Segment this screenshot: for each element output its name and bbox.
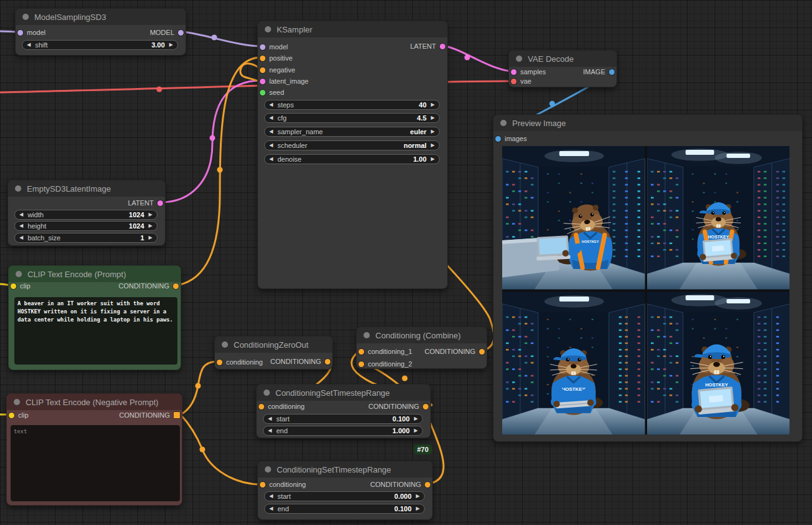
collapse-dot-icon[interactable] — [265, 26, 271, 32]
node-clip-text-encode-prompt[interactable]: CLIP Text Encode (Prompt)clipCONDITIONIN… — [8, 265, 181, 370]
decrement-arrow-icon[interactable]: ◀ — [265, 115, 277, 120]
increment-arrow-icon[interactable]: ▶ — [427, 157, 439, 162]
reroute-dot[interactable] — [217, 167, 223, 173]
increment-arrow-icon[interactable]: ▶ — [144, 212, 157, 217]
prompt-textarea[interactable]: text — [11, 425, 180, 501]
increment-arrow-icon[interactable]: ▶ — [412, 494, 424, 499]
input-dot-conditioning_1[interactable] — [359, 349, 364, 355]
increment-arrow-icon[interactable]: ▶ — [144, 235, 157, 240]
increment-arrow-icon[interactable]: ▶ — [427, 129, 439, 134]
node-preview-image[interactable]: Preview ImageimagesHOSTKEYHOSTKEYHOSTKEY… — [493, 114, 803, 442]
node-header[interactable]: KSampler — [258, 21, 447, 37]
node-ksampler[interactable]: KSamplermodelpositivenegativelatent_imag… — [257, 21, 448, 289]
widget-shift[interactable]: ◀shift3.00▶ — [22, 40, 178, 50]
reroute-dot[interactable] — [157, 87, 162, 92]
increment-arrow-icon[interactable]: ▶ — [410, 416, 422, 421]
node-header[interactable]: EmptySD3LatentImage — [8, 180, 165, 197]
reroute-dot[interactable] — [550, 101, 555, 107]
increment-arrow-icon[interactable]: ▶ — [410, 428, 422, 433]
node-header[interactable]: Preview Image — [493, 115, 802, 131]
input-dot-vae[interactable] — [511, 79, 517, 84]
decrement-arrow-icon[interactable]: ◀ — [264, 428, 276, 433]
increment-arrow-icon[interactable]: ▶ — [427, 102, 439, 107]
output-dot-CONDITIONING[interactable] — [425, 482, 430, 488]
node-model-sampling-sd3[interactable]: ModelSamplingSD3modelMODEL◀shift3.00▶ — [15, 8, 186, 56]
widget-cfg[interactable]: ◀cfg4.5▶ — [264, 113, 440, 123]
output-dot-LATENT[interactable] — [157, 200, 163, 206]
widget-steps[interactable]: ◀steps40▶ — [264, 100, 440, 110]
increment-arrow-icon[interactable]: ▶ — [144, 223, 157, 228]
widget-sampler_name[interactable]: ◀sampler_nameeuler▶ — [264, 127, 440, 137]
widget-end[interactable]: ◀end0.100▶ — [264, 504, 425, 514]
collapse-dot-icon[interactable] — [265, 466, 271, 473]
decrement-arrow-icon[interactable]: ◀ — [15, 223, 27, 228]
output-dot-CONDITIONING[interactable] — [325, 359, 330, 365]
collapse-dot-icon[interactable] — [16, 271, 22, 277]
decrement-arrow-icon[interactable]: ◀ — [265, 143, 277, 148]
input-dot-samples[interactable] — [511, 69, 517, 75]
output-dot-IMAGE[interactable] — [609, 69, 615, 75]
input-dot-seed[interactable] — [260, 90, 265, 96]
collapse-dot-icon[interactable] — [222, 341, 228, 348]
input-dot-clip[interactable] — [9, 413, 14, 418]
collapse-dot-icon[interactable] — [15, 185, 21, 192]
increment-arrow-icon[interactable]: ▶ — [427, 115, 439, 120]
prompt-textarea[interactable]: A beaver in an IT worker suit with the w… — [14, 297, 177, 365]
widget-start[interactable]: ◀start0.100▶ — [263, 414, 423, 424]
collapse-dot-icon[interactable] — [364, 332, 370, 338]
input-dot-clip[interactable] — [11, 283, 16, 289]
output-dot-CONDITIONING[interactable] — [174, 412, 180, 418]
input-dot-positive[interactable] — [260, 56, 265, 61]
output-dot-CONDITIONING[interactable] — [173, 283, 179, 289]
node-header[interactable]: VAE Decode — [509, 51, 616, 67]
node-header[interactable]: CLIP Text Encode (Prompt) — [9, 266, 181, 282]
collapse-dot-icon[interactable] — [22, 14, 29, 20]
increment-arrow-icon[interactable]: ▶ — [165, 42, 177, 47]
collapse-dot-icon[interactable] — [516, 56, 522, 62]
decrement-arrow-icon[interactable]: ◀ — [265, 102, 277, 107]
collapse-dot-icon[interactable] — [500, 120, 507, 126]
input-dot-latent_image[interactable] — [260, 79, 265, 84]
collapse-dot-icon[interactable] — [264, 390, 270, 396]
decrement-arrow-icon[interactable]: ◀ — [15, 235, 27, 240]
increment-arrow-icon[interactable]: ▶ — [427, 143, 439, 148]
increment-arrow-icon[interactable]: ▶ — [412, 506, 424, 511]
reroute-dot[interactable] — [196, 383, 201, 389]
widget-denoise[interactable]: ◀denoise1.00▶ — [264, 154, 440, 164]
widget-scheduler[interactable]: ◀schedulernormal▶ — [264, 140, 440, 150]
node-header[interactable]: Conditioning (Combine) — [357, 327, 487, 343]
widget-end[interactable]: ◀end1.000▶ — [263, 426, 423, 436]
widget-height[interactable]: ◀height1024▶ — [14, 221, 157, 231]
widget-batch_size[interactable]: ◀batch_size1▶ — [14, 233, 157, 243]
input-dot-model[interactable] — [17, 30, 23, 36]
decrement-arrow-icon[interactable]: ◀ — [265, 157, 277, 162]
input-dot-negative[interactable] — [260, 67, 265, 73]
reroute-dot[interactable] — [200, 447, 205, 453]
widget-width[interactable]: ◀width1024▶ — [14, 210, 157, 220]
node-header[interactable]: ConditioningSetTimestepRange — [258, 461, 432, 478]
node-empty-sd3-latent[interactable]: EmptySD3LatentImageLATENT◀width1024▶◀hei… — [7, 180, 166, 246]
reroute-dot[interactable] — [212, 35, 217, 41]
reroute-dot[interactable] — [465, 55, 470, 61]
output-dot-LATENT[interactable] — [440, 44, 445, 49]
decrement-arrow-icon[interactable]: ◀ — [22, 42, 35, 47]
input-dot-conditioning_2[interactable] — [359, 361, 364, 367]
node-vae-decode[interactable]: VAE DecodesamplesvaeIMAGE — [508, 50, 617, 87]
node-header[interactable]: CLIP Text Encode (Negative Prompt) — [7, 394, 182, 410]
reroute-dot[interactable] — [402, 376, 408, 381]
input-dot-conditioning[interactable] — [217, 360, 222, 365]
input-dot-model[interactable] — [260, 44, 265, 50]
reroute-dot[interactable] — [210, 135, 215, 141]
node-conditioning-combine[interactable]: Conditioning (Combine)conditioning_1cond… — [356, 326, 487, 369]
node-clip-text-encode-negative[interactable]: CLIP Text Encode (Negative Prompt)clipCO… — [6, 393, 182, 506]
node-header[interactable]: ConditioningSetTimestepRange — [257, 385, 430, 401]
input-dot-conditioning[interactable] — [260, 482, 265, 488]
output-dot-CONDITIONING[interactable] — [423, 404, 428, 410]
input-dot-images[interactable] — [495, 136, 501, 142]
node-conditioning-zero-out[interactable]: ConditioningZeroOutconditioningCONDITION… — [214, 336, 333, 370]
decrement-arrow-icon[interactable]: ◀ — [265, 129, 277, 134]
workflow-canvas[interactable]: ModelSamplingSD3modelMODEL◀shift3.00▶KSa… — [0, 0, 812, 525]
decrement-arrow-icon[interactable]: ◀ — [265, 506, 277, 511]
input-dot-conditioning[interactable] — [259, 404, 264, 410]
node-conditioning-set-timestep-range-2[interactable]: ConditioningSetTimestepRange#70condition… — [257, 461, 433, 520]
